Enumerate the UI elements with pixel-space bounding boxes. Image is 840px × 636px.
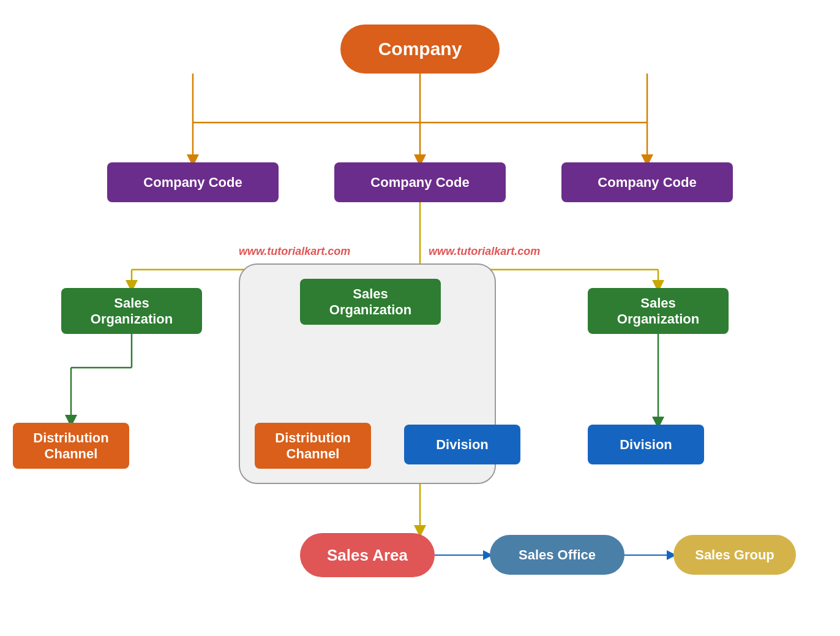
sales-group-label: Sales Group bbox=[695, 547, 774, 563]
company-label: Company bbox=[378, 39, 462, 59]
sales-org-node-1: Sales Organization bbox=[61, 288, 202, 334]
cc3-label: Company Code bbox=[598, 175, 696, 191]
watermark-2: www.tutorialkart.com bbox=[429, 245, 540, 258]
dist-channel-node-1: Distribution Channel bbox=[13, 423, 129, 469]
company-node: Company bbox=[340, 25, 500, 74]
sales-area-label: Sales Area bbox=[327, 546, 408, 565]
dist-channel-node-2: Distribution Channel bbox=[255, 423, 371, 469]
company-code-node-1: Company Code bbox=[107, 162, 279, 202]
company-code-node-3: Company Code bbox=[561, 162, 733, 202]
so3-label: Sales Organization bbox=[617, 295, 699, 327]
division-node-1: Division bbox=[404, 425, 520, 464]
sales-org-node-2: Sales Organization bbox=[300, 279, 441, 325]
diagram-container: Company Company Code Company Code Compan… bbox=[0, 0, 840, 636]
dc2-label: Distribution Channel bbox=[275, 430, 350, 462]
cc2-label: Company Code bbox=[370, 175, 469, 191]
sales-office-node: Sales Office bbox=[490, 535, 624, 575]
sales-org-node-3: Sales Organization bbox=[588, 288, 729, 334]
company-code-node-2: Company Code bbox=[334, 162, 506, 202]
cc1-label: Company Code bbox=[143, 175, 242, 191]
dc1-label: Distribution Channel bbox=[33, 430, 108, 462]
div2-label: Division bbox=[620, 437, 672, 453]
watermark-1: www.tutorialkart.com bbox=[239, 245, 350, 258]
division-node-2: Division bbox=[588, 425, 704, 464]
div1-label: Division bbox=[436, 437, 489, 453]
sales-area-node: Sales Area bbox=[300, 533, 435, 577]
so2-label: Sales Organization bbox=[329, 286, 411, 318]
watermark-1-text: www.tutorialkart.com bbox=[239, 245, 350, 257]
sales-group-node: Sales Group bbox=[673, 535, 796, 575]
sales-office-label: Sales Office bbox=[519, 547, 596, 563]
so1-label: Sales Organization bbox=[91, 295, 173, 327]
watermark-2-text: www.tutorialkart.com bbox=[429, 245, 540, 257]
